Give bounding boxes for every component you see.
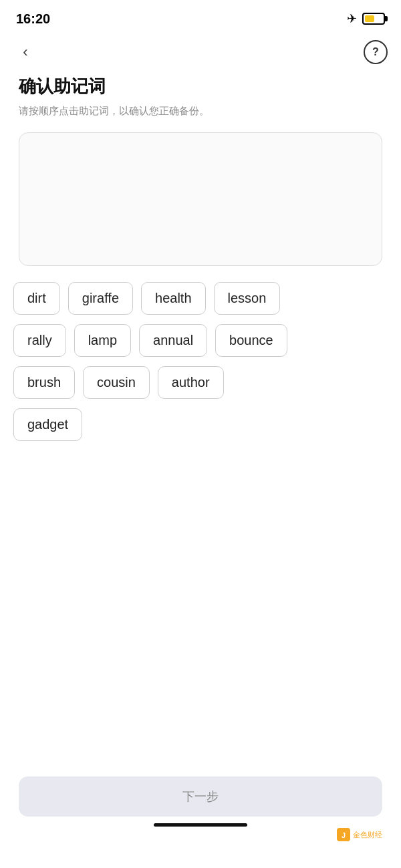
next-button[interactable]: 下一步 [19,776,382,817]
word-chip-annual[interactable]: annual [139,324,207,357]
word-chip-cousin[interactable]: cousin [83,366,150,399]
nav-bar: ‹ ? [0,35,401,69]
bottom-area: 下一步 J 金色财经 [0,766,401,868]
battery-fill [365,15,374,22]
words-row-0: dirt giraffe health lesson [13,282,388,315]
battery-icon [362,13,385,25]
word-chip-health[interactable]: health [141,282,206,315]
airplane-icon: ✈ [347,11,357,26]
status-icons: ✈ [347,11,385,26]
words-row-2: brush cousin author [13,366,388,399]
words-row-3: gadget [13,408,388,441]
word-chip-author[interactable]: author [158,366,224,399]
status-bar: 16:20 ✈ [0,0,401,35]
word-chip-dirt[interactable]: dirt [13,282,60,315]
page-title: 确认助记词 [19,75,382,98]
word-chip-brush[interactable]: brush [13,366,75,399]
help-icon: ? [372,46,379,58]
word-chip-bounce[interactable]: bounce [215,324,287,357]
word-chip-lesson[interactable]: lesson [214,282,281,315]
words-row-1: rally lamp annual bounce [13,324,388,357]
word-chip-rally[interactable]: rally [13,324,66,357]
word-chip-gadget[interactable]: gadget [13,408,82,441]
back-icon: ‹ [23,45,27,59]
watermark-text: 金色财经 [353,830,382,840]
answer-box[interactable] [19,132,382,266]
watermark-icon: J [337,828,350,841]
content-area: 确认助记词 请按顺序点击助记词，以确认您正确备份。 [0,69,401,266]
home-indicator [154,823,247,827]
word-chip-lamp[interactable]: lamp [74,324,131,357]
status-time: 16:20 [16,11,50,27]
page-subtitle: 请按顺序点击助记词，以确认您正确备份。 [19,104,382,119]
back-button[interactable]: ‹ [13,40,37,64]
svg-text:J: J [342,831,346,839]
help-button[interactable]: ? [364,40,388,64]
words-container: dirt giraffe health lesson rally lamp an… [0,282,401,441]
word-chip-giraffe[interactable]: giraffe [68,282,133,315]
